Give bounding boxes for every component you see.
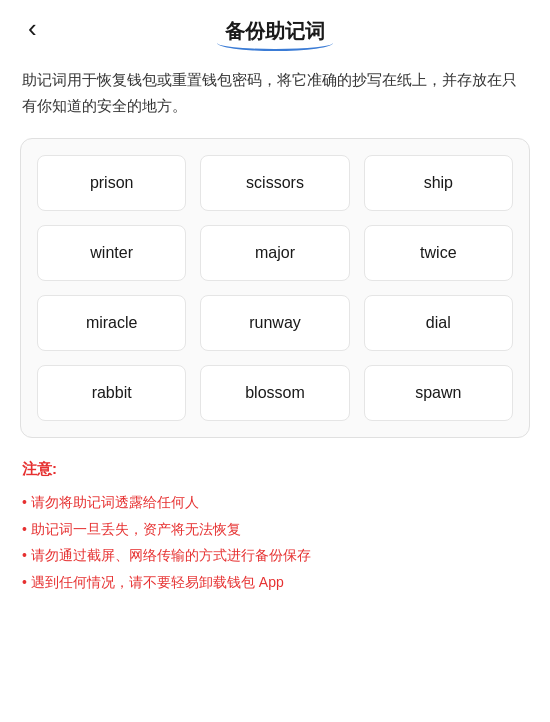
mnemonic-word: miracle xyxy=(37,295,186,351)
notice-item-text: 请勿通过截屏、网络传输的方式进行备份保存 xyxy=(31,542,311,569)
notice-list: • 请勿将助记词透露给任何人• 助记词一旦丢失，资产将无法恢复• 请勿通过截屏、… xyxy=(22,489,528,595)
description-text: 助记词用于恢复钱包或重置钱包密码，将它准确的抄写在纸上，并存放在只有你知道的安全… xyxy=(0,55,550,138)
mnemonic-word: scissors xyxy=(200,155,349,211)
header: ‹ 备份助记词 xyxy=(0,0,550,55)
notice-section: 注意: • 请勿将助记词透露给任何人• 助记词一旦丢失，资产将无法恢复• 请勿通… xyxy=(0,438,550,615)
notice-item-text: 请勿将助记词透露给任何人 xyxy=(31,489,199,516)
mnemonic-word: spawn xyxy=(364,365,513,421)
notice-item-text: 遇到任何情况，请不要轻易卸载钱包 App xyxy=(31,569,284,596)
page-title: 备份助记词 xyxy=(225,20,325,42)
back-icon: ‹ xyxy=(28,15,37,41)
mnemonic-word: twice xyxy=(364,225,513,281)
header-title-wrapper: 备份助记词 xyxy=(225,18,325,45)
mnemonic-word: ship xyxy=(364,155,513,211)
mnemonic-word: rabbit xyxy=(37,365,186,421)
notice-title: 注意: xyxy=(22,460,528,479)
notice-item: • 请勿将助记词透露给任何人 xyxy=(22,489,528,516)
notice-bullet: • xyxy=(22,489,27,516)
mnemonic-word: winter xyxy=(37,225,186,281)
notice-bullet: • xyxy=(22,542,27,569)
mnemonic-word: runway xyxy=(200,295,349,351)
notice-item-text: 助记词一旦丢失，资产将无法恢复 xyxy=(31,516,241,543)
notice-item: • 遇到任何情况，请不要轻易卸载钱包 App xyxy=(22,569,528,596)
mnemonic-grid: prisonscissorsshipwintermajortwicemiracl… xyxy=(37,155,513,421)
notice-item: • 助记词一旦丢失，资产将无法恢复 xyxy=(22,516,528,543)
mnemonic-word: prison xyxy=(37,155,186,211)
back-button[interactable]: ‹ xyxy=(20,11,45,45)
notice-item: • 请勿通过截屏、网络传输的方式进行备份保存 xyxy=(22,542,528,569)
mnemonic-word: blossom xyxy=(200,365,349,421)
notice-bullet: • xyxy=(22,516,27,543)
mnemonic-container: prisonscissorsshipwintermajortwicemiracl… xyxy=(20,138,530,438)
notice-bullet: • xyxy=(22,569,27,596)
mnemonic-word: major xyxy=(200,225,349,281)
mnemonic-word: dial xyxy=(364,295,513,351)
